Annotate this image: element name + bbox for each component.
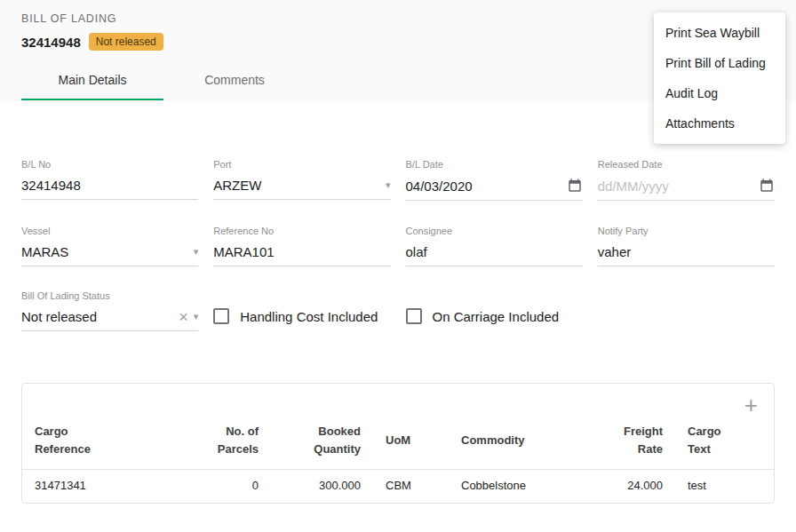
- menu-item-print-bill-of-lading[interactable]: Print Bill of Lading: [654, 48, 785, 78]
- field-bl-status[interactable]: Bill Of Lading Status Not released × ▾: [21, 290, 198, 331]
- actions-menu: Print Sea Waybill Print Bill of Lading A…: [654, 12, 785, 144]
- menu-item-audit-log[interactable]: Audit Log: [654, 78, 785, 108]
- released-date-label: Released Date: [598, 159, 775, 170]
- field-reference-no[interactable]: Reference No MARA101: [213, 226, 390, 266]
- bl-status-select[interactable]: Not released: [21, 309, 173, 324]
- consignee-label: Consignee: [406, 226, 583, 236]
- field-consignee[interactable]: Consignee olaf: [406, 226, 583, 266]
- vessel-label: Vessel: [21, 226, 198, 236]
- handling-cost-label: Handling Cost Included: [240, 309, 378, 324]
- field-notify-party[interactable]: Notify Party vaher: [598, 226, 775, 266]
- checkbox-unchecked-icon[interactable]: [213, 308, 229, 324]
- bl-no-label: B/L No: [21, 159, 198, 170]
- col-freight-rate: Freight Rate: [618, 423, 663, 458]
- add-cargo-button[interactable]: +: [744, 396, 758, 414]
- vessel-select[interactable]: MARAS: [21, 244, 188, 259]
- col-no-of-parcels: No. of Parcels: [212, 423, 259, 458]
- cell-cargo-text: test: [675, 470, 774, 504]
- col-booked-quantity: Booked Quantity: [306, 423, 361, 458]
- table-row[interactable]: 31471341 0 300.000 CBM Cobbelstone 24.00…: [22, 470, 774, 504]
- spacer: [598, 290, 775, 331]
- consignee-input[interactable]: olaf: [406, 244, 583, 259]
- calendar-icon[interactable]: [567, 178, 583, 194]
- cell-booked-quantity: 300.000: [271, 470, 373, 504]
- clear-icon[interactable]: ×: [179, 311, 188, 323]
- status-badge: Not released: [89, 33, 163, 51]
- main-details-form: B/L No 32414948 Port ARZEW ▾ B/L Date 04…: [0, 159, 796, 331]
- menu-item-print-sea-waybill[interactable]: Print Sea Waybill: [654, 18, 785, 48]
- col-commodity: Commodity: [461, 432, 525, 449]
- tab-main-details[interactable]: Main Details: [21, 61, 163, 100]
- notify-party-input[interactable]: vaher: [598, 244, 775, 259]
- cell-cargo-reference: 31471341: [22, 470, 187, 504]
- col-cargo-text: Cargo Text: [688, 423, 727, 458]
- bl-date-label: B/L Date: [406, 159, 583, 170]
- released-date-input[interactable]: dd/MM/yyyy: [598, 179, 753, 194]
- calendar-icon[interactable]: [759, 178, 775, 194]
- field-bl-no[interactable]: B/L No 32414948: [21, 159, 198, 201]
- document-number: 32414948: [21, 35, 81, 50]
- handling-cost-checkbox[interactable]: Handling Cost Included: [213, 301, 390, 331]
- chevron-down-icon: ▾: [386, 180, 391, 190]
- checkbox-unchecked-icon[interactable]: [406, 308, 422, 324]
- cargo-card-toolbar: +: [22, 384, 774, 417]
- col-cargo-reference: Cargo Reference: [35, 423, 101, 458]
- cargo-card: + Cargo Reference No. of Parcels Booked …: [21, 383, 775, 504]
- cell-uom: CBM: [373, 470, 449, 504]
- bl-date-input[interactable]: 04/03/2020: [406, 179, 561, 194]
- table-header-row: Cargo Reference No. of Parcels Booked Qu…: [22, 417, 774, 470]
- port-select[interactable]: ARZEW: [213, 178, 380, 193]
- tab-comments[interactable]: Comments: [163, 61, 306, 100]
- chevron-down-icon: ▾: [194, 247, 199, 257]
- reference-no-label: Reference No: [213, 226, 390, 236]
- notify-party-label: Notify Party: [598, 226, 775, 236]
- port-label: Port: [213, 159, 390, 170]
- reference-no-input[interactable]: MARA101: [213, 244, 390, 259]
- bl-no-input[interactable]: 32414948: [21, 178, 198, 193]
- cell-commodity: Cobbelstone: [449, 470, 591, 504]
- on-carriage-checkbox[interactable]: On Carriage Included: [406, 301, 583, 331]
- cell-no-of-parcels: 0: [187, 470, 271, 504]
- cell-freight-rate: 24.000: [591, 470, 675, 504]
- cargo-table: Cargo Reference No. of Parcels Booked Qu…: [22, 417, 774, 503]
- chevron-down-icon: ▾: [194, 312, 199, 322]
- menu-item-attachments[interactable]: Attachments: [654, 108, 785, 139]
- field-port[interactable]: Port ARZEW ▾: [213, 159, 390, 201]
- field-bl-date[interactable]: B/L Date 04/03/2020: [406, 159, 583, 201]
- bl-status-label: Bill Of Lading Status: [21, 290, 198, 301]
- field-vessel[interactable]: Vessel MARAS ▾: [21, 226, 198, 266]
- field-released-date[interactable]: Released Date dd/MM/yyyy: [598, 159, 775, 201]
- col-uom: UoM: [386, 432, 410, 449]
- on-carriage-label: On Carriage Included: [433, 309, 560, 324]
